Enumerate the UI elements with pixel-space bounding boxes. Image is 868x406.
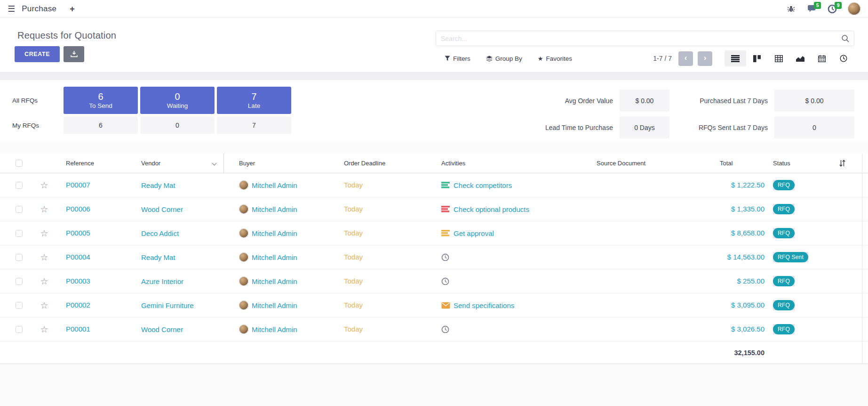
total-amount: $ 1,335.00 bbox=[731, 205, 764, 213]
kpi-waiting-value: 0 bbox=[175, 91, 180, 102]
calendar-view-button[interactable] bbox=[811, 50, 833, 66]
favorite-star-icon[interactable]: ☆ bbox=[40, 301, 48, 310]
menu-icon[interactable]: ☰ bbox=[8, 5, 15, 13]
search-input[interactable] bbox=[436, 31, 854, 46]
group-by-button[interactable]: Group By bbox=[486, 55, 522, 62]
filters-button[interactable]: Filters bbox=[445, 55, 470, 62]
column-header-order-deadline[interactable]: Order Deadline bbox=[333, 154, 438, 173]
buyer-link[interactable]: Mitchell Admin bbox=[252, 181, 297, 189]
debug-bug-icon[interactable] bbox=[786, 4, 796, 14]
kpi-tile-late[interactable]: 7 Late bbox=[217, 87, 291, 114]
reference-link[interactable]: P00007 bbox=[66, 181, 90, 189]
row-checkbox[interactable] bbox=[16, 254, 23, 261]
vendor-link[interactable]: Ready Mat bbox=[141, 253, 175, 261]
favorites-button[interactable]: ★ Favorites bbox=[538, 55, 572, 62]
add-tab-icon[interactable]: + bbox=[70, 5, 75, 13]
buyer-link[interactable]: Mitchell Admin bbox=[252, 205, 297, 213]
buyer-link[interactable]: Mitchell Admin bbox=[252, 325, 297, 333]
favorite-star-icon[interactable]: ☆ bbox=[40, 205, 48, 214]
activity-type-icon[interactable] bbox=[441, 181, 452, 189]
favorite-star-icon[interactable]: ☆ bbox=[40, 277, 48, 286]
table-row[interactable]: ☆ P00001 Wood Corner Mitchell Admin Toda… bbox=[0, 317, 868, 341]
reference-link[interactable]: P00003 bbox=[66, 277, 90, 285]
activity-link[interactable]: Check competitors bbox=[454, 181, 512, 189]
row-checkbox[interactable] bbox=[16, 206, 23, 213]
export-button[interactable] bbox=[64, 46, 84, 62]
messages-icon[interactable]: 5 bbox=[806, 4, 817, 14]
kpi-waiting-label: Waiting bbox=[167, 102, 188, 109]
kpi-my-late[interactable]: 7 bbox=[217, 117, 291, 134]
kpi-my-waiting[interactable]: 0 bbox=[140, 117, 215, 134]
activity-type-icon[interactable] bbox=[441, 253, 452, 261]
graph-view-button[interactable] bbox=[789, 50, 811, 66]
vendor-link[interactable]: Gemini Furniture bbox=[141, 301, 194, 309]
column-header-activities[interactable]: Activities bbox=[438, 154, 593, 173]
vendor-link[interactable]: Ready Mat bbox=[141, 181, 175, 189]
buyer-link[interactable]: Mitchell Admin bbox=[252, 277, 297, 285]
favorite-star-icon[interactable]: ☆ bbox=[40, 325, 48, 334]
favorite-star-icon[interactable]: ☆ bbox=[40, 181, 48, 190]
user-avatar[interactable] bbox=[848, 2, 860, 15]
content-footer-area bbox=[0, 364, 868, 406]
activity-type-icon[interactable] bbox=[441, 325, 452, 333]
favorite-star-icon[interactable]: ☆ bbox=[40, 229, 48, 238]
activity-clock-icon bbox=[441, 325, 449, 333]
table-row[interactable]: ☆ P00003 Azure Interior Mitchell Admin T… bbox=[0, 269, 868, 293]
vendor-link[interactable]: Deco Addict bbox=[141, 229, 179, 237]
column-header-source-document[interactable]: Source Document bbox=[593, 154, 720, 173]
optional-columns-icon[interactable] bbox=[839, 160, 846, 167]
column-header-reference[interactable]: Reference bbox=[56, 154, 127, 173]
activity-type-icon[interactable] bbox=[441, 301, 452, 309]
row-checkbox[interactable] bbox=[16, 326, 23, 333]
activity-view-button[interactable] bbox=[833, 50, 854, 66]
favorite-star-icon[interactable]: ☆ bbox=[40, 253, 48, 262]
pager-previous-button[interactable]: ‹ bbox=[678, 51, 693, 66]
vendor-link[interactable]: Azure Interior bbox=[141, 277, 183, 285]
activity-link[interactable]: Check optional products bbox=[454, 205, 529, 213]
buyer-link[interactable]: Mitchell Admin bbox=[252, 253, 297, 261]
buyer-link[interactable]: Mitchell Admin bbox=[252, 301, 297, 309]
list-view-button[interactable] bbox=[725, 50, 746, 66]
select-all-checkbox[interactable] bbox=[16, 160, 23, 167]
vendor-link[interactable]: Wood Corner bbox=[141, 205, 183, 213]
table-row[interactable]: ☆ P00004 Ready Mat Mitchell Admin Today … bbox=[0, 245, 868, 269]
pager-next-button[interactable]: › bbox=[698, 51, 712, 66]
pivot-view-button[interactable] bbox=[768, 50, 789, 66]
reference-link[interactable]: P00006 bbox=[66, 205, 90, 213]
activity-link[interactable]: Get approval bbox=[454, 229, 494, 237]
table-row[interactable]: ☆ P00007 Ready Mat Mitchell Admin Today … bbox=[0, 173, 868, 197]
activity-type-icon[interactable] bbox=[441, 277, 452, 285]
column-header-vendor[interactable]: Vendor bbox=[127, 154, 227, 173]
activity-type-icon[interactable] bbox=[441, 229, 452, 237]
activities-count-badge: 9 bbox=[835, 2, 842, 9]
table-row[interactable]: ☆ P00006 Wood Corner Mitchell Admin Toda… bbox=[0, 197, 868, 221]
row-checkbox[interactable] bbox=[16, 230, 23, 237]
table-row[interactable]: ☆ P00005 Deco Addict Mitchell Admin Toda… bbox=[0, 221, 868, 245]
reference-link[interactable]: P00004 bbox=[66, 253, 90, 261]
kpi-tile-to-send[interactable]: 6 To Send bbox=[64, 87, 138, 114]
kpi-tile-waiting[interactable]: 0 Waiting bbox=[140, 87, 215, 114]
reference-link[interactable]: P00001 bbox=[66, 325, 90, 333]
pivot-view-icon bbox=[775, 55, 783, 62]
activity-link[interactable]: Send specifications bbox=[454, 301, 514, 309]
search-icon[interactable] bbox=[841, 34, 850, 43]
buyer-link[interactable]: Mitchell Admin bbox=[252, 229, 297, 237]
row-checkbox[interactable] bbox=[16, 182, 23, 189]
vendor-link[interactable]: Wood Corner bbox=[141, 325, 183, 333]
reference-link[interactable]: P00005 bbox=[66, 229, 90, 237]
column-header-total[interactable]: Total bbox=[720, 154, 764, 173]
app-title[interactable]: Purchase bbox=[22, 4, 56, 14]
reference-link[interactable]: P00002 bbox=[66, 301, 90, 309]
column-header-status[interactable]: Status bbox=[764, 154, 816, 173]
create-button[interactable]: CREATE bbox=[15, 46, 60, 62]
column-header-buyer[interactable]: Buyer bbox=[227, 154, 333, 173]
row-checkbox[interactable] bbox=[16, 278, 23, 285]
table-row[interactable]: ☆ P00002 Gemini Furniture Mitchell Admin… bbox=[0, 293, 868, 317]
row-checkbox[interactable] bbox=[16, 302, 23, 309]
kanban-view-button[interactable] bbox=[746, 50, 768, 66]
kanban-view-icon bbox=[753, 55, 761, 62]
activities-clock-icon[interactable]: 9 bbox=[827, 4, 837, 14]
activity-type-icon[interactable] bbox=[441, 205, 452, 213]
status-badge: RFQ bbox=[773, 300, 795, 310]
kpi-my-to-send[interactable]: 6 bbox=[64, 117, 138, 134]
